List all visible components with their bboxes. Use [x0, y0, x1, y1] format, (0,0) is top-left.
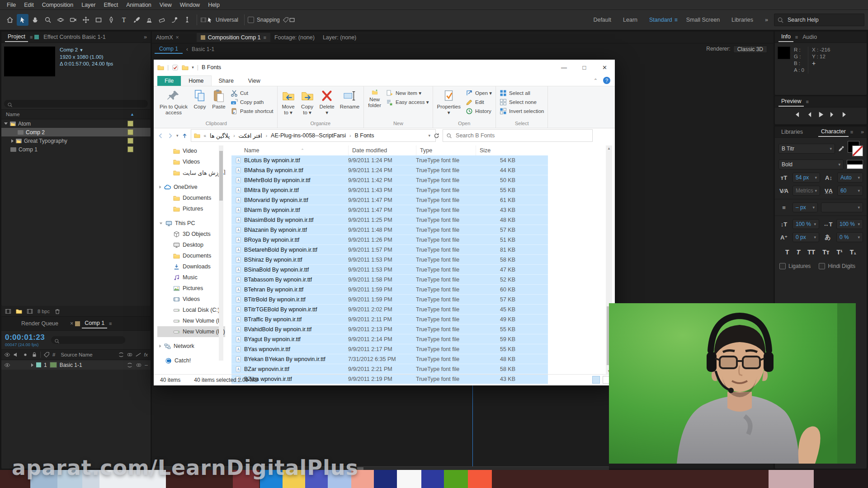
shy-toggle-icon[interactable] [127, 362, 133, 368]
explorer-search-input[interactable] [455, 132, 574, 139]
file-row[interactable]: ABTitrBold By wpnoin.ir.ttf9/9/2011 1:59… [231, 295, 548, 305]
tab-libraries[interactable]: Libraries [778, 127, 806, 136]
layer-number-header[interactable]: # [52, 352, 55, 357]
breadcrumb-separator-icon[interactable]: › [348, 133, 352, 138]
delete-button[interactable]: Delete▾ [317, 88, 337, 117]
audio-icon[interactable] [13, 352, 19, 358]
workspace-overflow-icon[interactable]: » [759, 17, 774, 23]
nav-item-videos[interactable]: Videos [157, 156, 225, 167]
explorer-title-bar[interactable]: | ▾ | B Fonts — □ ✕ [154, 60, 615, 75]
tab-character[interactable]: Character [818, 127, 849, 137]
play-button[interactable] [817, 111, 824, 118]
menu-effect[interactable]: Effect [99, 2, 122, 8]
nav-item-desktop[interactable]: Desktop [157, 239, 225, 250]
collapse-ribbon-icon[interactable]: ⌃ [594, 78, 598, 84]
menu-edit[interactable]: Edit [20, 2, 38, 8]
file-row[interactable]: ABYekan BYekan By wpnovin.ir.ttf7/31/201… [231, 354, 548, 364]
file-row[interactable]: ABVahidBold By wpnoin.ir.ttf9/9/2011 2:1… [231, 324, 548, 334]
nav-item-catch[interactable]: Catch! [157, 355, 225, 366]
chevron-right-icon[interactable] [160, 186, 161, 188]
file-row[interactable]: ABYas wpnovin.ir.ttf9/9/2011 2:17 PMTrue… [231, 344, 548, 354]
menu-file[interactable]: File [3, 2, 20, 8]
up-icon[interactable] [181, 132, 188, 139]
tab-audio[interactable]: Audio [800, 33, 820, 42]
workspace-standard[interactable]: Standard [643, 17, 678, 23]
forward-icon[interactable] [167, 132, 174, 139]
snapping-checkbox[interactable] [248, 17, 254, 23]
all-caps-button[interactable]: TT [804, 249, 819, 256]
menu-layer[interactable]: Layer [77, 2, 99, 8]
crumb-comp-1[interactable]: Comp 1 [155, 45, 183, 54]
panel-overflow-icon[interactable]: » [861, 129, 864, 135]
tool-selection[interactable] [17, 14, 28, 26]
menu-view[interactable]: View [156, 2, 176, 8]
tool-pen[interactable] [105, 14, 117, 26]
tab-layer[interactable]: Layer: (none) [319, 33, 360, 42]
menu-help[interactable]: Help [204, 2, 224, 8]
tool-puppet-pin[interactable] [181, 14, 193, 26]
fill-stroke-swatches[interactable] [848, 141, 863, 156]
project-item-comp-1[interactable]: Comp 1 [1, 145, 151, 154]
timecode[interactable]: 0:00:01:23 [5, 333, 45, 342]
expand-layer-icon[interactable] [31, 363, 33, 367]
stroke-style-select[interactable]: ▾ [821, 202, 863, 212]
subscript-button[interactable]: T₁ [846, 249, 860, 256]
nav-scrollbar[interactable] [219, 145, 223, 361]
project-search-input[interactable] [15, 100, 130, 108]
tool-home[interactable] [4, 14, 16, 26]
tool-brush[interactable] [131, 14, 142, 26]
file-row[interactable]: ABShiraz By wpnoin.ir.ttf9/9/2011 1:53 P… [231, 255, 548, 265]
layer-name[interactable]: Basic 1-1 [60, 362, 82, 368]
quick-access-check-icon[interactable] [172, 64, 179, 71]
label-color-chip[interactable] [127, 146, 133, 152]
baseline-shift-value[interactable]: 0 px▾ [793, 232, 819, 242]
details-view-icon[interactable] [592, 376, 600, 384]
file-row[interactable]: ABNasimBold By wpnoin.ir.ttf9/9/2011 1:2… [231, 215, 548, 225]
solo-icon[interactable] [22, 352, 28, 358]
refresh-icon[interactable] [433, 132, 440, 139]
open-button[interactable]: Open ▾ [466, 89, 492, 97]
tool-clone-stamp[interactable] [143, 14, 155, 26]
file-row[interactable]: ABZar wpnovin.ir.ttf9/9/2011 2:21 PMTrue… [231, 364, 548, 374]
file-row[interactable]: ABTitrTGEBold By wpnoin.ir.ttf9/9/2011 2… [231, 305, 548, 314]
pin-to-quick-access-button[interactable]: Pin to Quickaccess [157, 88, 190, 117]
trash-icon[interactable] [54, 308, 61, 314]
shy-icon[interactable] [118, 352, 124, 358]
frame-blend-icon[interactable] [127, 352, 133, 358]
file-row[interactable]: ABNarm By wpnoin.ir.ttf9/9/2011 1:47 PMT… [231, 205, 548, 215]
chevron-right-icon[interactable] [11, 139, 14, 143]
tab-effect-controls[interactable]: Effect Controls Basic 1-1 [41, 33, 108, 42]
cut-button[interactable]: Cut [231, 89, 274, 97]
copy-button[interactable]: Copy [191, 88, 209, 111]
label-icon[interactable] [43, 352, 50, 358]
close-button[interactable]: ✕ [594, 60, 615, 75]
tab-share[interactable]: Share [212, 76, 241, 86]
file-row[interactable]: ABMehrBold By wpnoin.ir.ttf9/9/2011 1:42… [231, 175, 548, 185]
prev-frame-button[interactable] [805, 111, 812, 118]
lock-icon[interactable] [31, 352, 38, 358]
nav-item-onedrive[interactable]: OneDrive [157, 182, 225, 192]
nav-item-music[interactable]: Music [157, 272, 225, 283]
tab-project[interactable]: Project [5, 32, 28, 42]
history-button[interactable]: History [466, 108, 492, 115]
help-icon[interactable]: ? [603, 77, 610, 84]
file-row[interactable]: ABSetarehBold By wpnoin.ir.ttf9/9/2011 1… [231, 245, 548, 255]
tool-orbit[interactable] [55, 14, 66, 26]
nav-item-local-disk-c[interactable]: Local Disk (C:) [157, 305, 225, 315]
tab-render-queue[interactable]: Render Queue [19, 319, 61, 328]
file-row[interactable]: ABLotus By wpnoin.ir.ttf9/9/2011 1:24 PM… [231, 155, 548, 165]
horizontal-scale-value[interactable]: 100 %▾ [836, 219, 863, 229]
breadcrumb-separator-icon[interactable]: › [232, 133, 236, 138]
file-row[interactable]: ABTraffic By wpnoin.ir.ttf9/9/2011 2:11 … [231, 314, 548, 324]
faux-bold-button[interactable]: T [782, 249, 793, 256]
nav-item-pictures[interactable]: Pictures [157, 203, 225, 214]
nav-item-3d-objects[interactable]: 3D Objects [157, 229, 225, 239]
project-search-box[interactable] [4, 100, 148, 108]
new-folder-button[interactable]: Newfolder [366, 88, 383, 110]
tool-eraser[interactable] [156, 14, 168, 26]
menu-window[interactable]: Window [176, 2, 204, 8]
copy-to-button[interactable]: Copyto ▾ [298, 88, 316, 117]
crumb-basic[interactable]: Basic 1-1 [192, 46, 214, 52]
file-row[interactable]: ABRoya By wpnoin.ir.ttf9/9/2011 1:26 PMT… [231, 235, 548, 245]
font-style-select[interactable]: Bold▾ [778, 160, 844, 169]
